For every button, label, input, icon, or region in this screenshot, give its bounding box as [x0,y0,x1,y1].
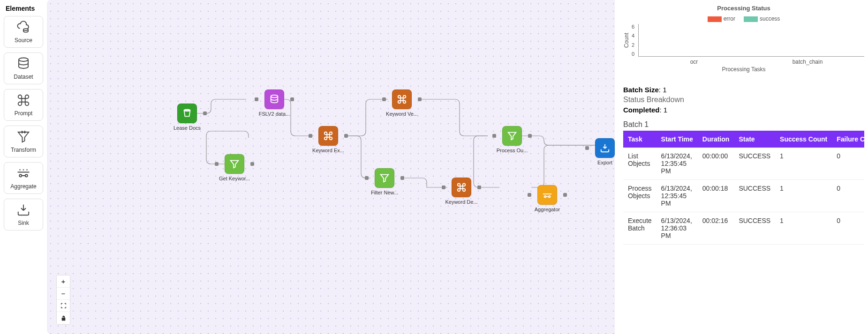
lock-open-icon [60,315,67,321]
batch-size-value: 1 [663,86,666,94]
palette-dataset[interactable]: Dataset [4,52,43,84]
node-filter-new[interactable]: Filter New... [370,168,399,195]
database-icon [269,94,279,104]
command-icon [16,93,30,107]
funnel-icon [16,130,30,144]
edges [47,0,615,334]
flow-canvas[interactable]: Lease Docs FSLV2 data... Get Keywor... K… [47,0,615,334]
col-task[interactable]: Task [623,131,657,148]
svg-point-2 [19,175,22,177]
batch-size-label: Batch Size [623,86,659,94]
batch-heading: Batch 1 [623,120,864,129]
status-panel: Processing Status error success Count 6 … [615,0,868,334]
node-fslv2-data[interactable]: FSLV2 data... [260,89,288,117]
funnel-icon [379,173,390,183]
table-row[interactable]: List Objects6/13/2024, 12:35:45 PM00:00:… [623,148,864,180]
col-start-time[interactable]: Start Time [657,131,698,148]
palette-label: Dataset [14,74,33,80]
canvas-controls: + − [56,275,70,325]
node-aggregator[interactable]: Aggregator [533,185,561,212]
command-icon [323,131,333,141]
palette-label: Source [15,37,32,44]
zoom-out-button[interactable]: − [57,288,70,300]
palette-source[interactable]: Source [4,16,43,48]
col-state[interactable]: State [734,131,775,148]
aggregate-icon [16,166,30,180]
palette-transform[interactable]: Transform [4,126,43,157]
chart-title: Processing Status [623,5,864,12]
zoom-in-button[interactable]: + [57,275,70,288]
node-keyword-de[interactable]: Keyword De... [447,178,476,205]
download-tray-icon [16,203,30,217]
fit-icon [60,303,67,309]
funnel-icon [507,131,517,141]
batch-table: Task Start Time Duration State Success C… [623,131,864,245]
node-keyword-ve[interactable]: Keyword Ve... [388,89,416,117]
elements-sidebar: Elements Source Dataset Prompt Transform… [0,0,47,334]
sidebar-title: Elements [4,5,43,12]
palette-sink[interactable]: Sink [4,199,43,230]
svg-point-0 [23,29,28,30]
palette-label: Sink [18,220,29,226]
fit-view-button[interactable] [57,300,70,312]
aggregate-icon [542,190,552,200]
palette-label: Prompt [15,110,33,117]
command-icon [456,182,467,193]
palette-label: Aggregate [10,183,36,190]
lock-button[interactable] [57,312,70,324]
cloud-db-icon [16,20,30,34]
svg-point-7 [549,196,551,198]
funnel-icon [229,159,240,169]
table-row[interactable]: Process Objects6/13/2024, 12:35:45 PM00:… [623,180,864,212]
bucket-icon [182,108,192,119]
download-tray-icon [600,143,610,153]
status-breakdown-label: Status Breakdown [623,96,864,104]
node-get-keywords[interactable]: Get Keywor... [220,154,249,181]
svg-point-5 [271,95,278,98]
command-icon [397,94,407,104]
palette-label: Transform [11,147,36,153]
col-failure-count[interactable]: Failure Cou [832,131,864,148]
svg-point-6 [544,196,546,198]
node-export[interactable]: Export [591,138,615,165]
chart: Count 6 4 2 0 [623,24,864,57]
palette-aggregate[interactable]: Aggregate [4,162,43,194]
node-process-ou[interactable]: Process Ou... [498,126,526,153]
table-row[interactable]: Execute Batch6/13/2024, 12:36:03 PM00:02… [623,212,864,245]
database-icon [16,57,30,71]
col-success-count[interactable]: Success Count [775,131,832,148]
palette-prompt[interactable]: Prompt [4,89,43,121]
completed-value: 1 [664,106,667,114]
node-lease-docs[interactable]: Lease Docs [173,104,201,131]
col-duration[interactable]: Duration [698,131,734,148]
node-keyword-ex[interactable]: Keyword Ex... [314,126,342,153]
completed-label: Completed [623,106,660,114]
chart-legend: error success [623,15,864,22]
svg-point-1 [19,58,28,62]
svg-point-3 [25,175,28,177]
